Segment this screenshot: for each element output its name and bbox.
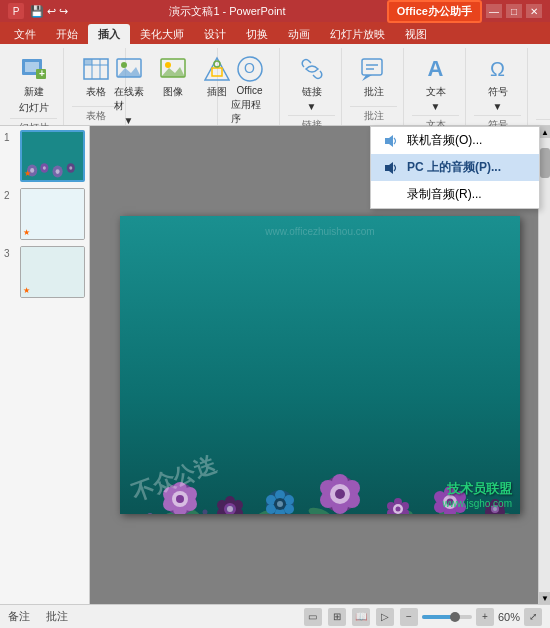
tab-transition[interactable]: 切换 bbox=[236, 24, 278, 44]
ribbon-group-images: 在线素材 ▼ 图像 bbox=[128, 48, 218, 125]
slide-num-3: 3 bbox=[4, 246, 16, 259]
svg-rect-20 bbox=[362, 59, 382, 75]
svg-marker-32 bbox=[385, 135, 393, 147]
slide-img-2[interactable]: ★ bbox=[20, 188, 85, 240]
zoom-thumb[interactable] bbox=[450, 612, 460, 622]
title-bar-right: Office办公助手 — □ ✕ bbox=[387, 0, 542, 23]
link-icon bbox=[298, 55, 326, 83]
svg-point-13 bbox=[165, 62, 171, 68]
zoom-out-icon[interactable]: − bbox=[400, 608, 418, 626]
slide-img-1[interactable]: ★ bbox=[20, 130, 85, 182]
comments-icon bbox=[360, 55, 388, 83]
tab-home[interactable]: 开始 bbox=[46, 24, 88, 44]
scroll-thumb[interactable] bbox=[540, 148, 550, 178]
svg-point-38 bbox=[43, 166, 46, 170]
ribbon-group-link-content: 链接 ▼ bbox=[292, 48, 332, 115]
scroll-track[interactable] bbox=[539, 138, 550, 592]
online-audio-label: 联机音频(O)... bbox=[407, 132, 482, 149]
new-slide-label2: 幻灯片 bbox=[19, 101, 49, 115]
online-material-label: 在线素材 bbox=[114, 85, 144, 113]
ribbon-group-apps: O Office 应用程序 ▼ 应用程序 bbox=[220, 48, 280, 125]
svg-point-10 bbox=[121, 62, 127, 68]
link-label: 链接 bbox=[302, 85, 322, 99]
image-button[interactable]: 图像 bbox=[153, 52, 193, 102]
title-bar-left: P 💾 ↩ ↪ bbox=[8, 3, 68, 19]
quick-access-icons: 💾 ↩ ↪ bbox=[30, 5, 68, 18]
maximize-button[interactable]: □ bbox=[506, 4, 522, 18]
title-bar-title: 演示文稿1 - PowerPoint bbox=[68, 4, 387, 19]
pc-audio-label: PC 上的音频(P)... bbox=[407, 159, 501, 176]
notes-button[interactable]: 备注 bbox=[8, 609, 30, 624]
slide-star-1: ★ bbox=[24, 169, 31, 178]
record-audio-label: 录制音频(R)... bbox=[407, 186, 482, 203]
zoom-fill bbox=[422, 615, 452, 619]
view-reading-icon[interactable]: 📖 bbox=[352, 608, 370, 626]
svg-marker-21 bbox=[362, 75, 372, 81]
zoom-in-icon[interactable]: + bbox=[476, 608, 494, 626]
tab-beautify[interactable]: 美化大师 bbox=[130, 24, 194, 44]
svg-marker-11 bbox=[117, 67, 141, 77]
view-normal-icon[interactable]: ▭ bbox=[304, 608, 322, 626]
svg-point-75 bbox=[277, 501, 283, 507]
svg-text:+: + bbox=[39, 68, 45, 79]
comments-button[interactable]: 批注 bbox=[354, 52, 394, 102]
table-label: 表格 bbox=[86, 85, 106, 99]
tab-file[interactable]: 文件 bbox=[4, 24, 46, 44]
svg-point-84 bbox=[335, 489, 345, 499]
new-slide-button[interactable]: + 新建 幻灯片 bbox=[14, 52, 54, 118]
scroll-up-button[interactable]: ▲ bbox=[539, 126, 550, 138]
online-material-icon bbox=[115, 55, 143, 83]
svg-point-58 bbox=[176, 495, 184, 503]
ribbon-group-symbol: Ω 符号 ▼ 符号 bbox=[468, 48, 528, 125]
svg-rect-8 bbox=[84, 59, 92, 65]
tab-insert[interactable]: 插入 bbox=[88, 24, 130, 44]
svg-point-66 bbox=[227, 506, 233, 512]
online-audio-icon bbox=[383, 133, 399, 149]
svg-point-17 bbox=[214, 61, 220, 67]
online-audio-item[interactable]: 联机音频(O)... bbox=[371, 127, 539, 154]
status-right: ▭ ⊞ 📖 ▷ − + 60% ⤢ bbox=[304, 608, 542, 626]
tab-view[interactable]: 视图 bbox=[395, 24, 437, 44]
slideshow-icon[interactable]: ▷ bbox=[376, 608, 394, 626]
slide-bg-3 bbox=[21, 247, 84, 297]
jsgho-label: 技术员联盟 bbox=[443, 480, 512, 498]
record-audio-item[interactable]: 录制音频(R)... bbox=[371, 181, 539, 208]
close-button[interactable]: ✕ bbox=[526, 4, 542, 18]
text-button[interactable]: A 文本 ▼ bbox=[416, 52, 456, 115]
pc-audio-icon bbox=[383, 160, 399, 176]
zoom-slider[interactable] bbox=[422, 615, 472, 619]
new-slide-icon: + bbox=[20, 55, 48, 83]
office-assistant-badge[interactable]: Office办公助手 bbox=[387, 0, 482, 23]
tab-slideshow[interactable]: 幻灯片放映 bbox=[320, 24, 395, 44]
ribbon-group-comments-label: 批注 bbox=[350, 106, 397, 125]
fit-slide-icon[interactable]: ⤢ bbox=[524, 608, 542, 626]
ribbon-group-text-content: A 文本 ▼ bbox=[416, 48, 456, 115]
scroll-down-button[interactable]: ▼ bbox=[539, 592, 550, 604]
symbol-arrow: ▼ bbox=[493, 101, 503, 112]
view-slide-sorter-icon[interactable]: ⊞ bbox=[328, 608, 346, 626]
pc-audio-item[interactable]: PC 上的音频(P)... bbox=[371, 154, 539, 181]
minimize-button[interactable]: — bbox=[486, 4, 502, 18]
status-left: 备注 批注 bbox=[8, 609, 68, 624]
slide-thumb-3[interactable]: 3 ★ bbox=[4, 246, 85, 298]
ribbon-group-symbol-content: Ω 符号 ▼ bbox=[478, 48, 518, 115]
tab-animation[interactable]: 动画 bbox=[278, 24, 320, 44]
image-icon bbox=[159, 55, 187, 83]
comments-status-button[interactable]: 批注 bbox=[46, 609, 68, 624]
slide-img-3[interactable]: ★ bbox=[20, 246, 85, 298]
zoom-controls: − + 60% ⤢ bbox=[400, 608, 542, 626]
symbol-button[interactable]: Ω 符号 ▼ bbox=[478, 52, 518, 115]
record-audio-icon bbox=[383, 187, 399, 203]
slide-thumb-1[interactable]: 1 ★ bbox=[4, 130, 85, 182]
slide-num-2: 2 bbox=[4, 188, 16, 201]
online-material-button[interactable]: 在线素材 ▼ bbox=[109, 52, 149, 129]
link-button[interactable]: 链接 ▼ bbox=[292, 52, 332, 115]
office-apps-label2: 应用程序 bbox=[231, 98, 268, 126]
slide-canvas[interactable]: www.officezhuishou.com bbox=[120, 216, 520, 514]
slide-thumb-2[interactable]: 2 ★ bbox=[4, 188, 85, 240]
svg-point-40 bbox=[56, 169, 60, 174]
zoom-level: 60% bbox=[498, 611, 520, 623]
ribbon-tabs: 文件 开始 插入 美化大师 设计 切换 动画 幻灯片放映 视图 bbox=[0, 22, 550, 44]
tab-design[interactable]: 设计 bbox=[194, 24, 236, 44]
slide-star-3: ★ bbox=[23, 286, 30, 295]
